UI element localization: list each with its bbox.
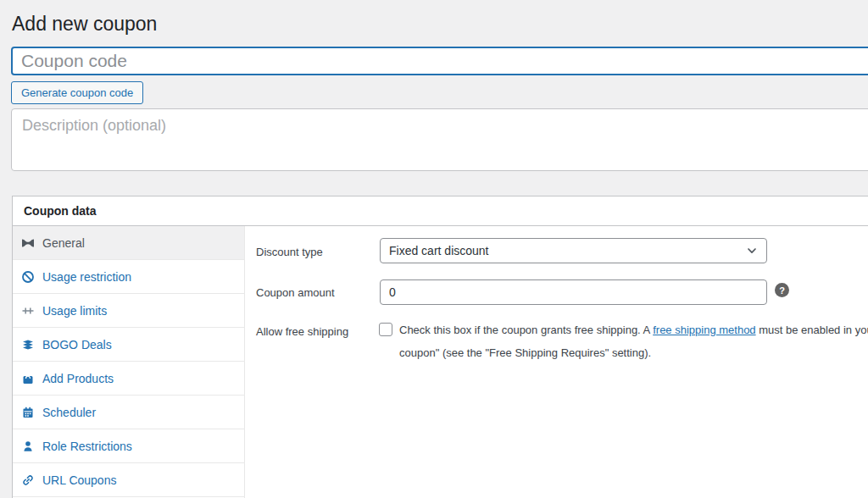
coupon-data-tabs: General Usage restriction: [13, 226, 245, 498]
tab-label: Usage limits: [42, 304, 107, 318]
tab-label: Add Products: [42, 372, 114, 385]
tab-general[interactable]: General: [13, 226, 244, 260]
bag-icon: [21, 372, 35, 385]
tab-label: Usage restriction: [42, 270, 131, 284]
chevron-down-icon: [746, 245, 758, 257]
tab-usage-limits[interactable]: Usage limits: [13, 294, 244, 328]
coupon-amount-input[interactable]: [380, 279, 767, 305]
tab-bogo-deals[interactable]: BOGO Deals: [13, 328, 244, 362]
tab-label: URL Coupons: [42, 473, 116, 487]
tab-scheduler[interactable]: Scheduler: [13, 396, 244, 429]
free-shipping-text-after: must be enabled in your shipping zone an…: [756, 324, 868, 336]
tab-label: General: [42, 236, 85, 250]
tab-role-restrictions[interactable]: Role Restrictions: [13, 429, 244, 463]
tab-label: Role Restrictions: [42, 440, 132, 453]
calendar-icon: [21, 406, 35, 419]
page-title: Add new coupon: [12, 12, 157, 36]
free-shipping-text-before: Check this box if the coupon grants free…: [399, 324, 653, 336]
free-shipping-checkbox[interactable]: [379, 323, 392, 336]
discount-type-label: Discount type: [256, 246, 323, 258]
user-icon: [21, 440, 35, 453]
tab-usage-restriction[interactable]: Usage restriction: [13, 260, 244, 294]
generate-coupon-code-button[interactable]: Generate coupon code: [11, 81, 143, 104]
coupon-amount-label: Coupon amount: [256, 286, 335, 299]
free-shipping-description-line1: Check this box if the coupon grants free…: [399, 324, 868, 337]
description-textarea[interactable]: [11, 108, 868, 171]
free-shipping-label: Allow free shipping: [256, 325, 348, 338]
tab-label: Scheduler: [42, 406, 96, 419]
coupon-data-title: Coupon data: [24, 204, 97, 218]
add-coupon-page: Add new coupon Generate coupon code Coup…: [0, 0, 868, 498]
coupon-data-metabox: Coupon data General: [12, 196, 868, 498]
usage-limits-icon: [21, 304, 35, 318]
coupon-code-input[interactable]: [11, 47, 868, 75]
link-icon: [21, 473, 35, 487]
tab-url-coupons[interactable]: URL Coupons: [13, 463, 244, 497]
discount-type-select[interactable]: Fixed cart discount: [380, 238, 767, 263]
free-shipping-description-line2: coupon" (see the "Free Shipping Requires…: [399, 346, 651, 360]
coupon-data-header: Coupon data: [13, 196, 868, 226]
discount-type-value: Fixed cart discount: [389, 244, 489, 257]
no-entry-icon: [21, 270, 35, 284]
ticket-icon: [21, 236, 35, 250]
help-icon[interactable]: ?: [775, 283, 789, 297]
layers-icon: [21, 338, 35, 351]
general-panel: Discount type Fixed cart discount Coupon…: [245, 226, 868, 498]
tab-add-products[interactable]: Add Products: [13, 362, 244, 396]
tab-label: BOGO Deals: [42, 338, 112, 351]
free-shipping-method-link[interactable]: free shipping method: [653, 324, 755, 336]
